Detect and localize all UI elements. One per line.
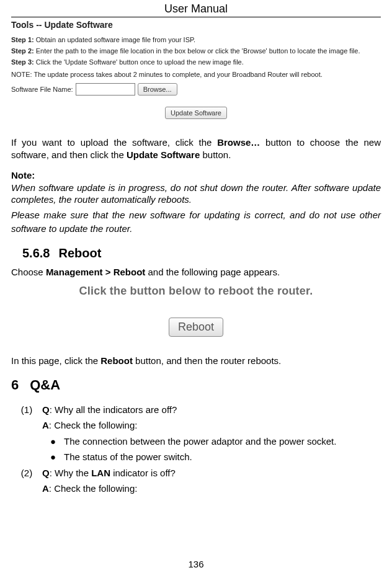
qa-1-q-label: Q	[42, 404, 50, 415]
paragraph-upload: If you want to upload the software, clic…	[11, 136, 381, 161]
para1-e: button.	[200, 149, 231, 160]
heading-6-num: 6	[11, 377, 19, 393]
qa-1-a-label: A	[42, 420, 49, 430]
qa-1-bullet-2-text: The status of the power switch.	[64, 449, 192, 465]
reboot-panel: Click the button below to reboot the rou…	[53, 285, 339, 337]
after2-b: Reboot	[100, 355, 133, 366]
heading-5-6-8-num: 5.6.8	[22, 246, 50, 260]
file-name-input[interactable]	[76, 83, 135, 96]
qa-1-answer: A: Check the following:	[42, 417, 381, 434]
page-number: 136	[0, 559, 392, 569]
file-label: Software File Name:	[11, 86, 73, 93]
reboot-panel-text: Click the button below to reboot the rou…	[53, 285, 339, 298]
step-1: Step 1: Obtain an updated software image…	[11, 36, 381, 43]
note-body-1: When software update is in progress, do …	[11, 182, 381, 206]
note-body-2: Please make sure that the new software f…	[11, 208, 381, 236]
reboot-line-c: and the following page appears.	[145, 267, 280, 277]
step-3-text: Click the 'Update Software' button once …	[36, 58, 244, 66]
step-2-text: Enter the path to the image file locatio…	[36, 47, 360, 55]
reboot-instruction: In this page, click the Reboot button, a…	[11, 355, 381, 366]
bullet-icon: ●	[42, 434, 64, 450]
qa-2: (2) Q: Why the LAN indicator is off? A: …	[11, 465, 381, 497]
step-3: Step 3: Click the 'Update Software' butt…	[11, 58, 381, 66]
update-software-panel: Tools -- Update Software Step 1: Obtain …	[11, 20, 381, 119]
heading-6-title: Q&A	[30, 377, 60, 393]
heading-5-6-8: 5.6.8Reboot	[22, 246, 381, 260]
bullet-icon: ●	[42, 449, 64, 465]
step-2-label: Step 2:	[11, 47, 34, 55]
qa-block: (1) Q: Why all the indicators are off? A…	[11, 402, 381, 497]
qa-1: (1) Q: Why all the indicators are off? A…	[11, 402, 381, 465]
note-heading: Note:	[11, 169, 381, 182]
qa-2-q-label: Q	[42, 468, 50, 478]
page-header-title: User Manual	[11, 0, 381, 17]
step-2: Step 2: Enter the path to the image file…	[11, 47, 381, 55]
browse-button[interactable]: Browse...	[138, 83, 177, 96]
panel-title: Tools -- Update Software	[11, 20, 381, 30]
heading-5-6-8-title: Reboot	[58, 246, 101, 260]
qa-1-bullet-1-text: The connection between the power adaptor…	[64, 434, 336, 450]
reboot-line-a: Choose	[11, 267, 46, 277]
qa-2-answer: A: Check the following:	[42, 481, 381, 497]
file-row: Software File Name: Browse...	[11, 83, 381, 96]
after2-c: button, and then the router reboots.	[133, 355, 281, 366]
qa-1-bullet-1: ● The connection between the power adapt…	[42, 434, 381, 450]
qa-1-num: (1)	[11, 402, 42, 465]
qa-2-a-label: A	[42, 483, 49, 494]
para1-update: Update Software	[127, 149, 200, 160]
qa-2-q-text-a: : Why the	[50, 468, 92, 478]
qa-2-q-text-c: indicator is off?	[110, 468, 176, 478]
reboot-choose-line: Choose Management > Reboot and the follo…	[11, 267, 381, 277]
qa-1-bullet-2: ● The status of the power switch.	[42, 449, 381, 465]
step-3-label: Step 3:	[11, 58, 34, 66]
qa-2-num: (2)	[11, 465, 42, 497]
qa-2-a-text: : Check the following:	[49, 483, 138, 494]
panel-note: NOTE: The update process takes about 2 m…	[11, 71, 381, 78]
qa-1-a-text: : Check the following:	[49, 420, 138, 430]
qa-2-question: Q: Why the LAN indicator is off?	[42, 465, 381, 481]
step-1-label: Step 1:	[11, 36, 34, 43]
reboot-button[interactable]: Reboot	[169, 318, 223, 337]
qa-1-q-text: : Why all the indicators are off?	[50, 404, 177, 415]
after2-a: In this page, click the	[11, 355, 100, 366]
para1-a: If you want to upload the software, clic…	[11, 137, 217, 148]
qa-2-q-lan: LAN	[91, 468, 110, 478]
update-software-button[interactable]: Update Software	[165, 107, 227, 119]
para1-browse: Browse…	[217, 137, 260, 148]
heading-6: 6Q&A	[11, 377, 381, 393]
reboot-line-b: Management > Reboot	[46, 267, 145, 277]
step-1-text: Obtain an updated software image file fr…	[36, 36, 195, 43]
qa-1-question: Q: Why all the indicators are off?	[42, 402, 381, 418]
